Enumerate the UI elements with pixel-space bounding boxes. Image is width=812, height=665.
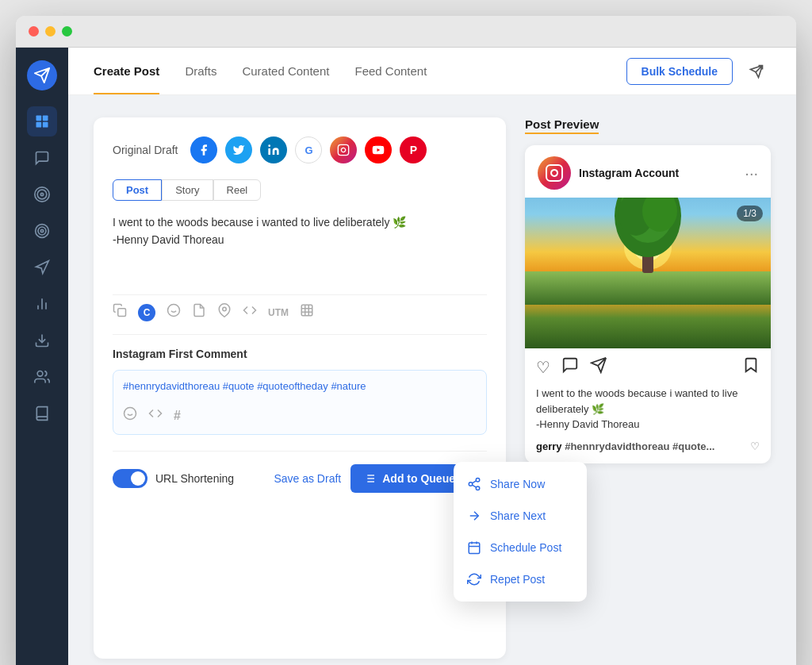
svg-point-14 [37, 371, 43, 377]
post-type-tabs: Post Story Reel [113, 179, 487, 201]
svg-point-20 [168, 305, 180, 317]
caption-text: I went to the woods because i wanted to … [536, 387, 737, 430]
comment-hashtags: #hennrydavidthoreau #quote... [565, 440, 714, 452]
comment-emoji-icon[interactable] [123, 406, 137, 425]
draft-label-row: Original Draft G [113, 136, 487, 163]
brand-icon[interactable]: C [138, 304, 155, 321]
share-now-item[interactable]: Share Now [454, 468, 587, 500]
comment-box[interactable]: #hennrydavidthoreau #quote #quoteoftheda… [113, 370, 487, 435]
export-button[interactable] [742, 57, 771, 86]
preview-title: Post Preview [525, 117, 599, 134]
save-draft-button[interactable]: Save as Draft [274, 472, 341, 485]
sidebar-item-campaigns[interactable] [27, 252, 57, 283]
repet-post-item[interactable]: Repet Post [454, 563, 587, 595]
preview-card: Instagram Account ··· [525, 145, 771, 463]
preview-header: Instagram Account ··· [525, 145, 771, 198]
titlebar [16, 16, 796, 48]
location-icon[interactable] [217, 303, 232, 321]
sidebar-item-library[interactable] [27, 398, 57, 429]
svg-point-29 [124, 408, 136, 420]
comment-hashtag-icon[interactable]: # [174, 409, 181, 423]
sidebar-item-dashboard[interactable] [27, 106, 57, 136]
tab-curated-content[interactable]: Curated Content [242, 48, 329, 94]
tab-drafts[interactable]: Drafts [185, 48, 216, 94]
comment-section-label: Instagram First Comment [113, 348, 487, 360]
nav-actions: Bulk Schedule [626, 57, 771, 86]
tab-story[interactable]: Story [162, 179, 213, 201]
svg-rect-16 [339, 144, 349, 155]
url-shortening-toggle[interactable] [113, 469, 147, 488]
content-area: Original Draft G [68, 95, 796, 665]
preview-caption: I went to the woods because i wanted to … [525, 386, 771, 440]
svg-rect-48 [546, 165, 562, 181]
tab-reel[interactable]: Reel [213, 179, 262, 201]
bulk-schedule-button[interactable]: Bulk Schedule [626, 58, 733, 85]
share-now-label: Share Now [490, 478, 545, 490]
svg-point-38 [476, 479, 480, 482]
svg-rect-3 [43, 122, 48, 128]
bookmark-icon[interactable] [742, 356, 760, 378]
tab-post[interactable]: Post [113, 179, 162, 201]
sidebar-logo[interactable] [27, 60, 57, 90]
sidebar-item-network[interactable] [27, 179, 57, 209]
app-body: Create Post Drafts Curated Content Feed … [16, 48, 796, 665]
comment-toolbar: # [123, 398, 477, 425]
sidebar [16, 48, 68, 665]
tab-feed-content[interactable]: Feed Content [354, 48, 427, 94]
svg-point-23 [223, 307, 227, 311]
table-icon[interactable] [300, 303, 314, 321]
social-icons: G P [190, 136, 427, 163]
comment-username: gerry [536, 440, 562, 452]
post-text-input[interactable]: I went to the woods because i wanted to … [113, 213, 487, 285]
svg-line-42 [472, 481, 476, 483]
sidebar-item-downloads[interactable] [27, 325, 57, 356]
svg-point-5 [37, 190, 47, 199]
instagram-icon[interactable] [330, 136, 357, 163]
svg-rect-44 [469, 543, 480, 554]
maximize-button[interactable] [62, 26, 72, 37]
twitter-icon[interactable] [225, 136, 252, 163]
comment-text: #hennrydavidthoreau #quote #quoteoftheda… [123, 380, 477, 392]
add-queue-label: Add to Queue [382, 472, 455, 485]
linkedin-icon[interactable] [260, 136, 287, 163]
more-options-icon[interactable]: ··· [745, 164, 758, 183]
preview-image: 1/3 [525, 198, 771, 348]
instagram-avatar [538, 156, 571, 190]
svg-rect-2 [36, 122, 42, 128]
url-shortening-label: URL Shortening [155, 472, 234, 485]
sidebar-item-messages[interactable] [27, 143, 57, 173]
google-icon[interactable]: G [295, 136, 322, 163]
svg-point-8 [38, 227, 46, 235]
queue-dropdown: Share Now Share Next Schedule Post [454, 462, 587, 602]
comment-code-icon[interactable] [148, 406, 163, 425]
schedule-post-item[interactable]: Schedule Post [454, 532, 587, 563]
share-next-item[interactable]: Share Next [454, 500, 587, 532]
share-icon[interactable] [590, 356, 607, 378]
account-name: Instagram Account [579, 167, 679, 179]
copy-icon[interactable] [113, 303, 127, 321]
tab-create-post[interactable]: Create Post [94, 48, 159, 94]
original-draft-label: Original Draft [113, 144, 178, 156]
youtube-icon[interactable] [365, 136, 392, 163]
minimize-button[interactable] [45, 26, 56, 37]
svg-rect-24 [301, 305, 312, 316]
share-next-label: Share Next [490, 509, 546, 522]
emoji-icon[interactable] [167, 303, 181, 321]
repet-post-label: Repet Post [490, 573, 545, 586]
image-badge: 1/3 [737, 206, 763, 221]
utm-label[interactable]: UTM [268, 307, 289, 318]
sidebar-item-analytics[interactable] [27, 289, 57, 319]
pinterest-icon[interactable]: P [400, 136, 427, 163]
close-button[interactable] [29, 26, 39, 37]
like-icon[interactable]: ♡ [536, 358, 550, 377]
code-icon[interactable] [243, 303, 257, 321]
sidebar-item-team[interactable] [27, 362, 57, 392]
sidebar-item-target[interactable] [27, 216, 57, 246]
preview-actions: ♡ [525, 348, 771, 386]
file-icon[interactable] [192, 303, 206, 321]
comment-icon[interactable] [561, 356, 579, 378]
schedule-post-label: Schedule Post [490, 541, 561, 554]
top-nav: Create Post Drafts Curated Content Feed … [68, 48, 796, 95]
svg-rect-19 [118, 309, 126, 317]
facebook-icon[interactable] [190, 136, 217, 163]
